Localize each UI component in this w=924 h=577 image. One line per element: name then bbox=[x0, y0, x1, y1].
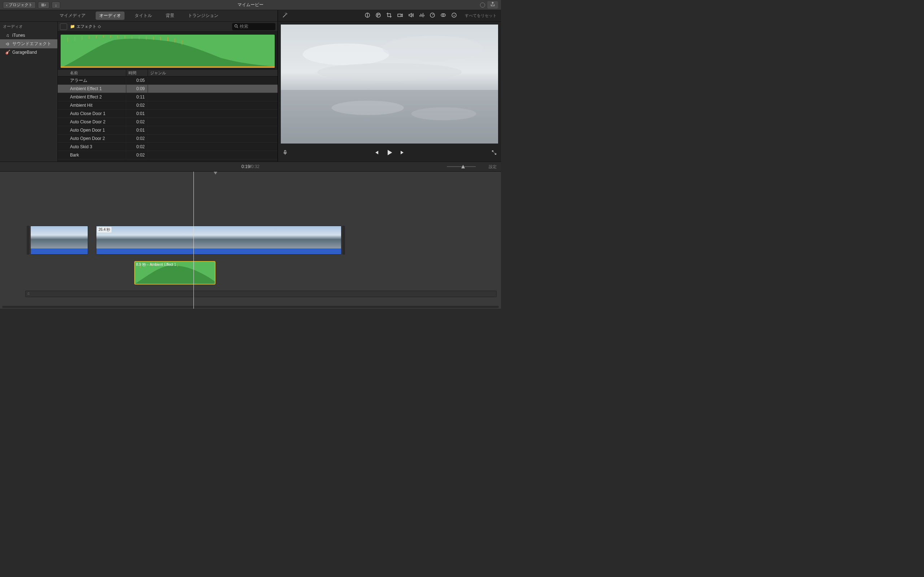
horizontal-scrollbar[interactable] bbox=[2, 306, 499, 308]
sidebar-item-itunes[interactable]: ♫ iTunes bbox=[0, 31, 57, 39]
reset-all-button[interactable]: すべてをリセット bbox=[465, 13, 497, 18]
audio-name: Bark bbox=[58, 151, 126, 159]
tab-backgrounds[interactable]: 背景 bbox=[162, 11, 178, 20]
time-total: 0:32 bbox=[251, 164, 260, 169]
clip-trim-handle-right[interactable] bbox=[342, 226, 345, 255]
svg-point-31 bbox=[317, 63, 462, 81]
audio-genre bbox=[148, 76, 278, 84]
audio-genre bbox=[148, 118, 278, 126]
column-time[interactable]: 時間 bbox=[126, 69, 148, 76]
layout-toggle-button[interactable] bbox=[60, 23, 67, 30]
audio-row[interactable]: Ambient Effect 10:09 bbox=[58, 85, 278, 93]
browser-toolbar: 📁 エフェクト ◇ 検索 bbox=[58, 22, 278, 32]
tab-my-media[interactable]: マイメディア bbox=[56, 11, 89, 20]
audio-row[interactable]: アラーム0:05 bbox=[58, 76, 278, 85]
audio-table: アラーム0:05Ambient Effect 10:09Ambient Effe… bbox=[58, 76, 278, 161]
voiceover-button[interactable] bbox=[282, 150, 288, 156]
audio-row[interactable]: Auto Open Door 10:01 bbox=[58, 126, 278, 134]
video-clip-2[interactable]: 26.4 秒 bbox=[96, 226, 341, 255]
audio-duration: 0:02 bbox=[126, 151, 148, 159]
audio-row[interactable]: Ambient Effect 20:11 bbox=[58, 93, 278, 102]
volume-button[interactable] bbox=[408, 12, 414, 19]
audio-duration: 0:02 bbox=[126, 118, 148, 126]
media-tab-bar: マイメディア オーディオ タイトル 背景 トランジション bbox=[0, 10, 278, 22]
info-button[interactable] bbox=[451, 12, 457, 19]
audio-row[interactable]: Auto Close Door 10:01 bbox=[58, 110, 278, 118]
import-button[interactable]: ↓ bbox=[52, 2, 60, 9]
speed-button[interactable] bbox=[430, 12, 435, 19]
share-icon bbox=[490, 2, 495, 7]
audio-name: Auto Close Door 1 bbox=[58, 110, 126, 118]
column-name[interactable]: 名前 bbox=[58, 69, 126, 76]
audio-row[interactable]: Bark0:02 bbox=[58, 151, 278, 160]
crop-icon bbox=[386, 12, 392, 18]
stabilization-button[interactable] bbox=[397, 12, 403, 19]
media-library-button[interactable]: ⊞♪ bbox=[38, 2, 50, 9]
search-input[interactable]: 検索 bbox=[232, 23, 275, 30]
fullscreen-button[interactable] bbox=[492, 150, 497, 156]
clip-trim-handle-left[interactable] bbox=[27, 226, 30, 255]
audio-genre bbox=[148, 110, 278, 118]
speedometer-icon bbox=[430, 12, 435, 18]
guitar-icon: 🎸 bbox=[5, 50, 10, 55]
audio-name: Ambient Hit bbox=[58, 102, 126, 109]
clip-thumbnails bbox=[31, 226, 88, 248]
timeline[interactable]: 26.4 秒 8.9 秒 – Ambient Effect 1 bbox=[0, 172, 501, 309]
equalizer-icon bbox=[419, 12, 425, 18]
audio-clip-ambient-effect-1[interactable]: 8.9 秒 – Ambient Effect 1 bbox=[134, 261, 215, 285]
clip-audio-waveform bbox=[31, 248, 88, 254]
audio-waveform-preview[interactable] bbox=[61, 35, 275, 68]
magic-wand-button[interactable] bbox=[282, 12, 288, 19]
volume-icon bbox=[408, 12, 414, 18]
background-music-track[interactable] bbox=[25, 291, 497, 297]
overlap-circles-icon bbox=[440, 12, 446, 18]
sidebar-item-garageband[interactable]: 🎸 GarageBand bbox=[0, 48, 57, 56]
video-clip-1[interactable] bbox=[30, 226, 88, 255]
audio-row[interactable]: Auto Open Door 20:02 bbox=[58, 134, 278, 143]
download-arrow-icon: ↓ bbox=[55, 3, 57, 7]
crop-button[interactable] bbox=[386, 12, 392, 19]
chevron-updown-icon: ◇ bbox=[98, 24, 101, 29]
timeline-settings-button[interactable]: 設定 bbox=[489, 164, 497, 169]
folder-select[interactable]: 📁 エフェクト ◇ bbox=[70, 24, 101, 29]
color-correction-button[interactable] bbox=[375, 12, 381, 19]
zoom-slider[interactable] bbox=[447, 166, 476, 167]
tab-transitions[interactable]: トランジション bbox=[184, 11, 222, 20]
video-preview[interactable] bbox=[281, 24, 498, 143]
palette-icon bbox=[375, 12, 381, 18]
playhead[interactable] bbox=[194, 172, 194, 309]
speaker-icon bbox=[5, 42, 10, 46]
audio-name: Auto Open Door 1 bbox=[58, 126, 126, 134]
audio-row[interactable]: Auto Skid 30:02 bbox=[58, 143, 278, 151]
previous-button[interactable] bbox=[373, 150, 380, 156]
time-current: 0:19 bbox=[241, 164, 250, 169]
back-button[interactable]: ‹ プロジェクト bbox=[3, 2, 36, 9]
tab-audio[interactable]: オーディオ bbox=[96, 11, 124, 20]
audio-duration: 0:02 bbox=[126, 134, 148, 142]
filter-button[interactable] bbox=[440, 12, 446, 19]
clip-thumbnails bbox=[96, 226, 341, 248]
noise-reduction-button[interactable] bbox=[419, 12, 425, 19]
audio-name: Auto Open Door 2 bbox=[58, 134, 126, 142]
share-button[interactable] bbox=[487, 1, 498, 9]
chevron-left-icon: ‹ bbox=[6, 3, 8, 7]
audio-row[interactable]: Auto Close Door 20:02 bbox=[58, 118, 278, 126]
sidebar-item-sound-effects[interactable]: サウンドエフェクト bbox=[0, 39, 57, 48]
sidebar-header: オーディオ bbox=[0, 22, 57, 31]
back-label: プロジェクト bbox=[9, 2, 32, 8]
skip-forward-icon bbox=[399, 150, 405, 155]
play-button[interactable] bbox=[386, 149, 393, 157]
color-balance-button[interactable] bbox=[365, 12, 370, 19]
audio-sidebar: オーディオ ♫ iTunes サウンドエフェクト 🎸 GarageBand bbox=[0, 22, 58, 161]
music-note-icon: ♫ bbox=[5, 33, 10, 38]
folder-label: エフェクト bbox=[76, 24, 96, 29]
search-icon bbox=[234, 24, 238, 29]
audio-row[interactable]: Ambient Hit0:02 bbox=[58, 102, 278, 110]
timeline-header: 0:19 / 0:32 設定 bbox=[0, 161, 501, 172]
column-genre[interactable]: ジャンル bbox=[148, 69, 278, 76]
svg-point-29 bbox=[303, 44, 389, 65]
audio-genre bbox=[148, 151, 278, 159]
svg-point-21 bbox=[379, 14, 380, 15]
tab-titles[interactable]: タイトル bbox=[131, 11, 155, 20]
next-button[interactable] bbox=[399, 150, 405, 156]
